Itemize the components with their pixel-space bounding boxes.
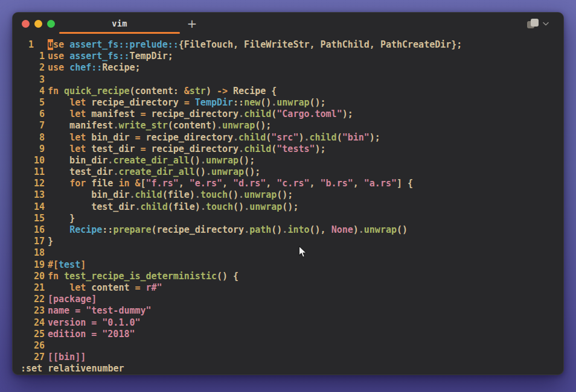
vim-command-line: :set relativenumber xyxy=(21,363,563,375)
code-segment: () xyxy=(190,155,200,166)
code-segment: ( xyxy=(271,109,277,119)
code-line: 21 let content = r#" xyxy=(28,282,563,294)
code-segment: Recipe { xyxy=(228,86,277,96)
code-segment: assert_fs:: xyxy=(69,51,129,62)
code-segment: fn xyxy=(48,271,59,282)
code-text: let bin_dir = recipe_directory.child("sr… xyxy=(48,132,380,144)
code-text: } xyxy=(48,236,53,247)
code-line: 16 Recipe::prepare(recipe_directory.path… xyxy=(28,224,563,236)
code-line: 7 manifest.write_str(content).unwrap(); xyxy=(28,120,563,131)
line-number: 16 xyxy=(28,224,45,236)
code-line: 14 test_dir.child(file).touch().unwrap()… xyxy=(28,201,563,213)
line-number: 10 xyxy=(28,155,45,166)
code-segment: . xyxy=(271,97,277,108)
code-segment: let xyxy=(69,144,86,154)
code-segment: (); xyxy=(310,97,326,108)
code-segment: recipe_directory xyxy=(146,109,239,119)
new-tab-button[interactable]: + xyxy=(182,14,202,33)
code-segment: touch xyxy=(206,201,233,212)
code-segment: "Cargo.toml" xyxy=(277,109,342,119)
desktop: { "window": { "tab": { "label": "vim" },… xyxy=(0,0,576,392)
code-segment: "d.rs" xyxy=(233,178,266,189)
code-segment: () xyxy=(397,224,408,235)
code-segment: ); xyxy=(315,144,326,154)
code-segment: unwrap xyxy=(222,120,255,131)
profile-menu[interactable] xyxy=(526,18,549,30)
code-segment: recipe_directory xyxy=(146,144,239,154)
terminal-content[interactable]: 1use assert_fs::prelude::{FileTouch, Fil… xyxy=(13,34,563,375)
line-number: 6 xyxy=(28,109,45,120)
code-segment: "bin" xyxy=(342,132,370,143)
line-number: 26 xyxy=(28,340,45,352)
code-segment: (recipe_directory xyxy=(152,224,245,235)
code-segment: (); xyxy=(277,189,293,200)
code-segment: [package] xyxy=(48,294,97,305)
code-segment: manifest xyxy=(86,109,140,119)
close-button[interactable] xyxy=(22,20,30,28)
code-text: [[bin]] xyxy=(48,352,86,363)
line-number: 17 xyxy=(28,236,45,247)
code-segment: test xyxy=(59,259,80,270)
line-number: 23 xyxy=(28,305,45,317)
code-text: [package] xyxy=(48,294,97,305)
code-segment: quick_recipe xyxy=(64,86,129,96)
line-number: 14 xyxy=(28,201,45,213)
line-number: 20 xyxy=(28,271,45,282)
code-segment: new xyxy=(244,97,260,108)
code-segment: ) xyxy=(353,224,359,235)
line-number: 7 xyxy=(28,120,45,131)
window-controls xyxy=(22,20,55,28)
code-segment: = xyxy=(135,132,141,143)
code-segment: manifest xyxy=(48,120,113,131)
code-segment: name = "test-dummy" xyxy=(48,305,152,316)
code-text: fn quick_recipe(content: &str) -> Recipe… xyxy=(48,86,277,97)
tab-vim[interactable]: vim xyxy=(59,13,180,34)
code-segment: bin_dir xyxy=(86,132,135,143)
mouse-pointer-icon xyxy=(298,245,307,258)
code-segment: assert_fs::prelude:: xyxy=(69,39,179,50)
code-line: 9 let test_dir = recipe_directory.child(… xyxy=(28,144,563,155)
code-text: test_dir.create_dir_all().unwrap(); xyxy=(48,166,260,178)
code-segment xyxy=(48,132,69,143)
code-segment: let xyxy=(69,282,86,293)
code-segment: , xyxy=(179,178,190,189)
code-text: let recipe_directory = TempDir::new().un… xyxy=(48,97,326,109)
zoom-button[interactable] xyxy=(47,20,55,28)
code-segment: content xyxy=(86,282,135,293)
code-segment: = xyxy=(184,97,190,108)
code-line: 4fn quick_recipe(content: &str) -> Recip… xyxy=(28,86,563,97)
code-segment: . xyxy=(244,224,249,235)
code-segment: unwrap xyxy=(211,166,244,177)
code-segment: {FileTouch, FileWriteStr, PathChild, Pat… xyxy=(179,39,462,50)
code-segment: (file) xyxy=(168,201,200,212)
code-segment: in xyxy=(118,178,129,189)
code-segment: se xyxy=(53,39,64,50)
minimize-button[interactable] xyxy=(34,20,42,28)
code-segment: (content) xyxy=(168,120,217,131)
code-text: manifest.write_str(content).unwrap(); xyxy=(48,120,271,131)
code-segment xyxy=(48,224,69,235)
code-segment: TempDir; xyxy=(129,51,173,62)
code-line: 13 bin_dir.child(file).touch().unwrap(); xyxy=(28,189,563,201)
code-segment: () xyxy=(271,224,282,235)
code-segment xyxy=(48,144,69,154)
line-number: 27 xyxy=(28,352,45,363)
code-segment: . xyxy=(304,132,309,143)
code-segment: [[bin]] xyxy=(48,352,86,362)
code-segment: unwrap xyxy=(364,224,397,235)
code-segment: ] xyxy=(80,259,86,270)
code-segment: (file) xyxy=(162,189,195,200)
code-segment: "b.rs" xyxy=(321,178,353,189)
code-segment: #[ xyxy=(48,259,59,270)
code-segment: write_str xyxy=(118,120,167,131)
line-number: 22 xyxy=(28,294,45,305)
code-segment: . xyxy=(359,224,364,235)
code-segment: child xyxy=(238,132,266,143)
code-segment: into xyxy=(287,224,309,235)
code-segment xyxy=(64,39,69,50)
code-segment: . xyxy=(238,109,244,119)
code-text: fn test_recipe_is_deterministic() { xyxy=(48,271,238,282)
code-segment: & xyxy=(184,86,190,96)
code-line: 2use chef::Recipe; xyxy=(28,62,563,74)
code-segment: use xyxy=(48,51,64,62)
